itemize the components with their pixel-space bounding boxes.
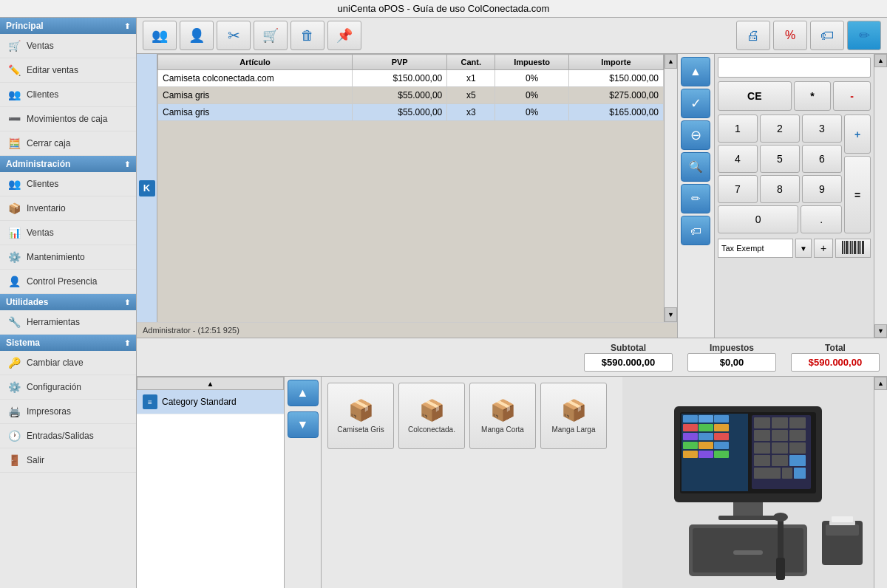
svg-rect-28 bbox=[714, 442, 729, 449]
vscroll-up[interactable]: ▲ bbox=[874, 54, 887, 67]
num-8[interactable]: 8 bbox=[760, 175, 800, 203]
svg-rect-46 bbox=[782, 468, 792, 479]
product-manga-corta[interactable]: 📦Manga Corta bbox=[469, 383, 536, 449]
cat-scroll-up[interactable]: ▲ bbox=[137, 377, 284, 390]
table-row[interactable]: Camisa gris $55.000,00 x3 0% $165.000,00 bbox=[158, 104, 664, 121]
sidebar-item-editar-ventas[interactable]: ✏️Editar ventas bbox=[0, 58, 136, 83]
svg-rect-22 bbox=[714, 424, 729, 431]
svg-rect-5 bbox=[852, 241, 853, 254]
scissors-btn[interactable]: ✂ bbox=[217, 21, 251, 50]
trash-btn[interactable]: 🗑 bbox=[290, 21, 324, 50]
svg-rect-26 bbox=[683, 442, 698, 449]
content-area: 👥 👤 ✂ 🛒 🗑 📌 🖨 % 🏷 ✏ K bbox=[137, 18, 887, 588]
num-7[interactable]: 7 bbox=[718, 175, 758, 203]
minus-top-button[interactable]: - bbox=[833, 81, 871, 111]
sidebar-section-administración[interactable]: Administración⬆ bbox=[0, 156, 136, 172]
customers-btn[interactable]: 👥 bbox=[143, 21, 177, 50]
table-row[interactable]: Camiseta colconectada.com $150.000,00 x1… bbox=[158, 70, 664, 87]
table-row[interactable]: Camisa gris $55.000,00 x5 0% $275.000,00 bbox=[158, 87, 664, 104]
svg-rect-33 bbox=[754, 417, 770, 428]
num-9[interactable]: 9 bbox=[802, 175, 842, 203]
category-list: ▲ ≡ Category Standard ▼ bbox=[137, 377, 285, 588]
pin-btn[interactable]: 📌 bbox=[327, 21, 361, 50]
asterisk-button[interactable]: * bbox=[794, 81, 832, 111]
svg-rect-37 bbox=[772, 430, 788, 441]
sidebar-item-mantenimiento[interactable]: ⚙️Mantenimiento bbox=[0, 245, 136, 270]
totals-bar: Subtotal $590.000,00 Impuestos $0,00 Tot… bbox=[137, 338, 887, 377]
sidebar-item-impresoras[interactable]: 🖨️Impresoras bbox=[0, 400, 136, 424]
svg-rect-41 bbox=[789, 442, 806, 454]
col-cant: Cant. bbox=[447, 55, 495, 70]
minus-btn[interactable]: ⊖ bbox=[681, 120, 710, 150]
col-importe: Importe bbox=[568, 55, 663, 70]
product-manga-larga[interactable]: 📦Manga Larga bbox=[540, 383, 607, 449]
sidebar-item-configuración[interactable]: ⚙️Configuración bbox=[0, 375, 136, 400]
edit-btn[interactable]: ✏ bbox=[847, 21, 881, 50]
num-6[interactable]: 6 bbox=[802, 145, 842, 173]
sidebar-item-control-presencia[interactable]: 👤Control Presencia bbox=[0, 270, 136, 294]
svg-rect-45 bbox=[754, 468, 781, 479]
tag-action-btn[interactable]: 🏷 bbox=[681, 216, 710, 245]
sidebar-item-movimientos-de-caja[interactable]: ➖Movimientos de caja bbox=[0, 107, 136, 131]
table-scroll-up[interactable]: ▲ bbox=[665, 54, 677, 69]
tag-btn[interactable]: 🏷 bbox=[810, 21, 844, 50]
svg-rect-40 bbox=[772, 442, 788, 454]
sidebar-item-ventas[interactable]: 🛒Ventas bbox=[0, 34, 136, 58]
sidebar-item-clientes[interactable]: 👥Clientes bbox=[0, 83, 136, 107]
user-btn[interactable]: 👤 bbox=[180, 21, 214, 50]
barcode-btn[interactable] bbox=[835, 239, 871, 258]
window-title: uniCenta oPOS - Guía de uso ColConectada… bbox=[338, 3, 550, 14]
tax-exempt-select[interactable]: Tax Exempt bbox=[718, 239, 793, 258]
percent-btn[interactable]: % bbox=[773, 21, 807, 50]
tax-dropdown-btn[interactable]: ▼ bbox=[795, 239, 812, 258]
sidebar-section-principal[interactable]: Principal⬆ bbox=[0, 18, 136, 34]
pencil-btn[interactable]: ✏ bbox=[681, 184, 710, 213]
print-btn[interactable]: 🖨 bbox=[736, 21, 770, 50]
svg-rect-12 bbox=[733, 502, 763, 517]
sales-area: K Artículo PVP Cant. Impuesto Importe bbox=[137, 54, 678, 338]
num-0[interactable]: 0 bbox=[718, 205, 798, 233]
k-logo: K bbox=[139, 180, 155, 196]
plus-button[interactable]: + bbox=[844, 114, 871, 154]
equals-button[interactable]: = bbox=[844, 156, 871, 233]
cat-nav: ▲ ▼ bbox=[285, 377, 322, 588]
sidebar-item-cerrar-caja[interactable]: 🧮Cerrar caja bbox=[0, 131, 136, 156]
cart-btn[interactable]: 🛒 bbox=[254, 21, 288, 50]
svg-rect-57 bbox=[832, 516, 853, 522]
product-colconectada.[interactable]: 📦Colconectada. bbox=[398, 383, 465, 449]
sidebar-section-utilidades[interactable]: Utilidades⬆ bbox=[0, 294, 136, 310]
sidebar-item-cambiar-clave[interactable]: 🔑Cambiar clave bbox=[0, 351, 136, 375]
col-article: Artículo bbox=[158, 55, 353, 70]
sidebar-item-ventas[interactable]: 📊Ventas bbox=[0, 221, 136, 245]
num-dot[interactable]: . bbox=[801, 205, 842, 233]
middle-section: K Artículo PVP Cant. Impuesto Importe bbox=[137, 54, 887, 338]
ce-button[interactable]: CE bbox=[718, 81, 792, 111]
search-btn[interactable]: 🔍 bbox=[681, 152, 710, 182]
bscroll-up[interactable]: ▲ bbox=[874, 377, 887, 390]
product-camiseta-gris[interactable]: 📦Camiseta Gris bbox=[327, 383, 394, 449]
svg-rect-44 bbox=[789, 455, 806, 466]
cat-nav-up[interactable]: ▲ bbox=[288, 380, 319, 406]
svg-rect-51 bbox=[778, 517, 784, 561]
svg-rect-10 bbox=[862, 241, 864, 254]
num-4[interactable]: 4 bbox=[718, 145, 758, 173]
category-item[interactable]: ≡ Category Standard bbox=[137, 390, 284, 414]
check-btn[interactable]: ✓ bbox=[681, 89, 710, 118]
num-2[interactable]: 2 bbox=[760, 114, 800, 143]
sidebar-item-herramientas[interactable]: 🔧Herramientas bbox=[0, 310, 136, 335]
sidebar-item-entradas/salidas[interactable]: 🕐Entradas/Salidas bbox=[0, 424, 136, 448]
subtotal-value: $590.000,00 bbox=[584, 353, 673, 372]
products-grid: 📦Camiseta Gris📦Colconectada.📦Manga Corta… bbox=[322, 377, 622, 588]
vscroll-down[interactable]: ▼ bbox=[874, 324, 887, 338]
num-1[interactable]: 1 bbox=[718, 114, 758, 143]
cat-nav-down[interactable]: ▼ bbox=[288, 411, 319, 438]
num-3[interactable]: 3 bbox=[802, 114, 842, 143]
tax-plus-btn[interactable]: + bbox=[814, 239, 833, 258]
sidebar-item-salir[interactable]: 🚪Salir bbox=[0, 448, 136, 473]
sidebar-section-sistema[interactable]: Sistema⬆ bbox=[0, 335, 136, 351]
num-5[interactable]: 5 bbox=[760, 145, 800, 173]
sidebar-item-clientes[interactable]: 👥Clientes bbox=[0, 172, 136, 196]
sidebar-item-inventario[interactable]: 📦Inventario bbox=[0, 196, 136, 221]
table-scroll-down[interactable]: ▼ bbox=[665, 307, 677, 322]
up-arrow-btn[interactable]: ▲ bbox=[681, 57, 710, 86]
